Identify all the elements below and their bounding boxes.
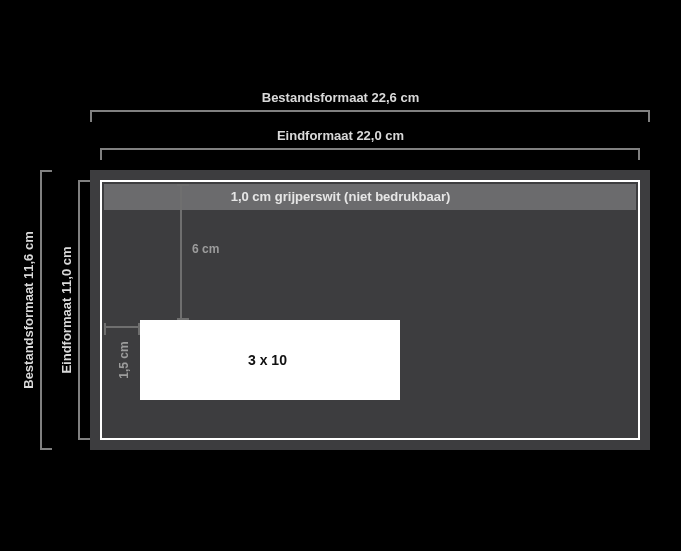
trim-format-width-label: Eindformaat 22,0 cm bbox=[277, 128, 404, 143]
trim-format-width-bracket bbox=[100, 148, 640, 160]
dim-6cm-label: 6 cm bbox=[192, 242, 219, 256]
file-format-width-label: Bestandsformaat 22,6 cm bbox=[262, 90, 420, 105]
dim-6cm-line bbox=[180, 184, 182, 320]
file-format-height-label: Bestandsformaat 11,6 cm bbox=[21, 231, 36, 389]
file-format-height-bracket bbox=[40, 170, 52, 450]
window-size-label: 3 x 10 bbox=[248, 352, 287, 368]
dim-1-5cm-label: 1,5 cm bbox=[117, 341, 131, 378]
gripper-label: 1,0 cm grijperswit (niet bedrukbaar) bbox=[231, 189, 451, 204]
diagram-stage: Bestandsformaat 22,6 cm Eindformaat 22,0… bbox=[0, 0, 681, 551]
dim-1-5cm-line bbox=[104, 326, 140, 328]
trim-format-height-label: Eindformaat 11,0 cm bbox=[59, 246, 74, 373]
file-format-width-bracket bbox=[90, 110, 650, 122]
trim-format-height-bracket bbox=[78, 180, 90, 440]
